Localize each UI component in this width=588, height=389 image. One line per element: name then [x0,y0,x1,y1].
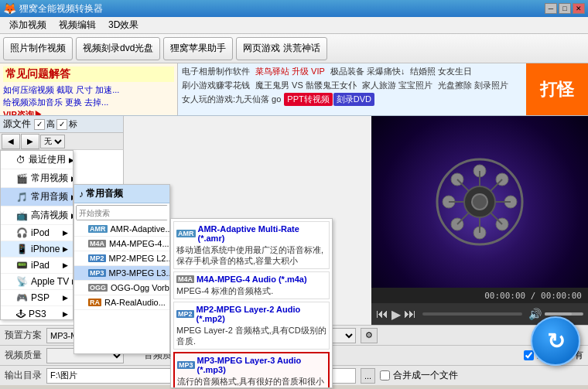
banner-ad-4[interactable]: 刷小游戏赚零花钱 [179,79,252,92]
film-reel-icon [433,155,526,248]
banner-ad-6[interactable]: 家人旅游 宝宝照片 [360,79,435,92]
audio-format-submenu: ♪ 常用音频 🔍 AMR AMR-Adaptive... M4A M4A-MPE… [74,184,170,354]
chevron-right-icon: ▶ [69,156,74,164]
device-iphone[interactable]: 📱 iPhone ▶ [1,241,73,258]
volume-bar[interactable] [545,312,583,316]
banner-ad-3[interactable]: 结婚照 女友生日 [408,65,474,78]
source-file-bar: 源文件 ✓ 高 ✓ 标 [0,116,124,133]
format-search-bar: 🔍 [76,205,168,220]
chevron-right-icon-6: ▶ [63,245,68,253]
preview-area: 00:00:00 / 00:00:00 ⏮ ▶ ⏭ 🔊 [371,116,588,325]
toolbar-web-game[interactable]: 网页游戏 洪荒神话 [236,37,326,60]
chevron-right-icon-7: ▶ [63,261,68,269]
device-ipod[interactable]: 🎧 iPod ▶ [1,225,73,241]
detail-amr[interactable]: AMR AMR-Adaptive Multi-Rate (*.amr) 移动通信… [173,221,330,269]
merge-label: 合并成一个文件 [393,369,458,382]
toolbar: 照片制作视频 视频刻录dvd光盘 狸窝苹果助手 网页游戏 洪荒神话 [0,34,588,63]
merge-checkbox[interactable] [380,370,390,380]
banner-game-ad[interactable]: 打怪 [526,63,588,115]
banner-ad-2[interactable]: 极品装备 采爆痛快↓ [328,65,408,78]
audio-category-header: ♪ 常用音频 [74,185,169,203]
banner-ad-0[interactable]: 电子相册制作软件 [179,65,252,78]
menu-add-video[interactable]: 添加视频 [3,17,53,33]
banner-dvd[interactable]: 刻录DVD [333,93,374,106]
faq-link-1[interactable]: 如何压缩视频 截取 尺寸 加速... [3,84,174,96]
format-ogg[interactable]: OGG OGG-Ogg Vorbis [74,281,169,295]
format-mp3[interactable]: MP3 MP3-MPEG L3... [74,266,169,281]
amr-badge: AMR [88,225,108,233]
faq-links: 如何压缩视频 截取 尺寸 加速... 给视频添加音乐 更换 去掉... VIP咨… [3,84,174,116]
banner-ad-7[interactable]: 光盘擦除 刻录照片 [436,79,511,92]
dropdown-menu-overlay: ⏱ 最近使用 ▶ 🎬 常用视频 ▶ 🎵 常用音频 ▶ 📺 高清视频 [0,150,333,388]
faq-link-2[interactable]: 给视频添加音乐 更换 去掉... [3,96,174,108]
device-recent[interactable]: ⏱ 最近使用 ▶ [1,151,73,169]
maximize-button[interactable]: □ [559,3,571,14]
time-display: 00:00:00 / 00:00:00 [484,291,582,301]
chevron-right-icon-2: ▶ [71,175,74,183]
detail-mp2-title: MP2-MPEG Layer-2 Audio (*.mp2) [197,305,326,323]
faq-vip[interactable]: VIP咨询▶ [3,108,174,116]
format-mp2[interactable]: MP2 MP2-MPEG L2... [74,251,169,266]
toolbar-photo-video[interactable]: 照片制作视频 [3,37,73,60]
detail-mp3-badge: MP3 [177,361,195,369]
preview-screen [371,116,588,288]
menu-3d-effect[interactable]: 3D效果 [102,17,145,33]
menu-video-edit[interactable]: 视频编辑 [53,17,102,33]
detail-amr-desc: 移动通信系统中使用最广泛的语音标准,保存手机录音的格式,容量大积小 [176,244,326,266]
device-ipad[interactable]: 📟 iPad ▶ [1,258,73,274]
detail-mp3-desc: 流行的音频格式,具有很好的音质和很小的体积. [177,376,326,388]
device-ps3[interactable]: 🕹 PS3 ▶ [1,306,73,320]
format-m4a[interactable]: M4A M4A-MPEG-4... [74,237,169,251]
play-prev-button[interactable]: ⏮ [376,307,388,321]
minimize-button[interactable]: ─ [545,3,557,14]
toolbar-dvd-burn[interactable]: 视频刻录dvd光盘 [76,37,160,60]
detail-m4a[interactable]: M4A M4A-MPEG-4 Audio (*.m4a) MPEG-4 标准的音… [173,271,330,299]
detail-m4a-desc: MPEG-4 标准的音频格式. [176,285,326,296]
toolbar-apple-helper[interactable]: 狸窝苹果助手 [163,37,233,60]
recent-icon: ⏱ [16,155,26,165]
detail-m4a-header: M4A M4A-MPEG-4 Audio (*.m4a) [176,275,326,284]
detail-mp3-title: MP3-MPEG Layer-3 Audio (*.mp3) [197,356,326,374]
apply-all-checkbox[interactable] [524,350,534,360]
chevron-right-icon-9: ▶ [63,294,68,302]
banner-ad-1[interactable]: 菜鸟驿站 升级 VIP [253,65,327,78]
progress-bar[interactable] [422,312,522,316]
banner-ads: 电子相册制作软件 菜鸟驿站 升级 VIP 极品装备 采爆痛快↓ 结婚照 女友生日… [178,63,526,115]
convert-arrow-icon: ↻ [547,329,565,354]
volume-icon[interactable]: 🔊 [528,308,542,320]
svg-point-10 [472,194,487,210]
iphone-icon: 📱 [16,244,28,254]
device-appletv[interactable]: 📡 Apple TV ▶ [1,274,73,290]
play-next-button[interactable]: ⏭ [404,307,416,321]
banner-ad-5[interactable]: 魔王鬼男 VS 骷髅鬼王女仆 [253,79,359,92]
detail-mp3-header: MP3 MP3-MPEG Layer-3 Audio (*.mp3) [177,356,326,374]
format-ra[interactable]: RA RA-RealAudio... [74,295,169,310]
ipod-icon: 🎧 [16,227,28,238]
detail-mp2[interactable]: MP2 MP2-MPEG Layer-2 Audio (*.mp2) MPEG … [173,302,330,350]
format-amr[interactable]: AMR AMR-Adaptive... [74,222,169,237]
convert-button[interactable]: ↻ [531,316,580,366]
preset-settings-btn[interactable]: ⚙ [361,328,378,343]
detail-mp2-desc: MPEG Layer-2 音频格式,具有CD级别的音质. [176,325,326,346]
device-psp[interactable]: 🎮 PSP ▶ [1,290,73,306]
nav-prev[interactable]: ◀ [2,134,20,149]
checkbox-high[interactable]: ✓ [34,119,45,130]
checkbox-standard[interactable]: ✓ [56,119,67,130]
banner-ppt-video[interactable]: PPT转视频 [284,93,332,106]
close-button[interactable]: ✕ [573,3,585,14]
volume-fill [545,312,572,316]
browse-output-btn[interactable]: ... [361,368,375,384]
banner-ad-8[interactable]: 女人玩的游戏:九天仙落 go [179,93,283,106]
view-select[interactable]: 无 [40,135,65,148]
format-search-input[interactable] [77,206,170,220]
device-common-audio[interactable]: 🎵 常用音频 ▶ [1,188,73,206]
detail-amr-header: AMR AMR-Adaptive Multi-Rate (*.amr) [176,224,326,243]
play-button[interactable]: ▶ [391,307,401,322]
detail-mp3[interactable]: MP3 MP3-MPEG Layer-3 Audio (*.mp3) 流行的音频… [173,352,330,388]
nav-next[interactable]: ▶ [21,134,39,149]
format-detail-panel: AMR AMR-Adaptive Multi-Rate (*.amr) 移动通信… [170,218,333,388]
device-common-video[interactable]: 🎬 常用视频 ▶ [1,169,73,188]
ps3-icon: 🕹 [16,309,26,319]
high-label: 高 [46,118,55,130]
device-hd-video[interactable]: 📺 高清视频 ▶ [1,206,73,225]
